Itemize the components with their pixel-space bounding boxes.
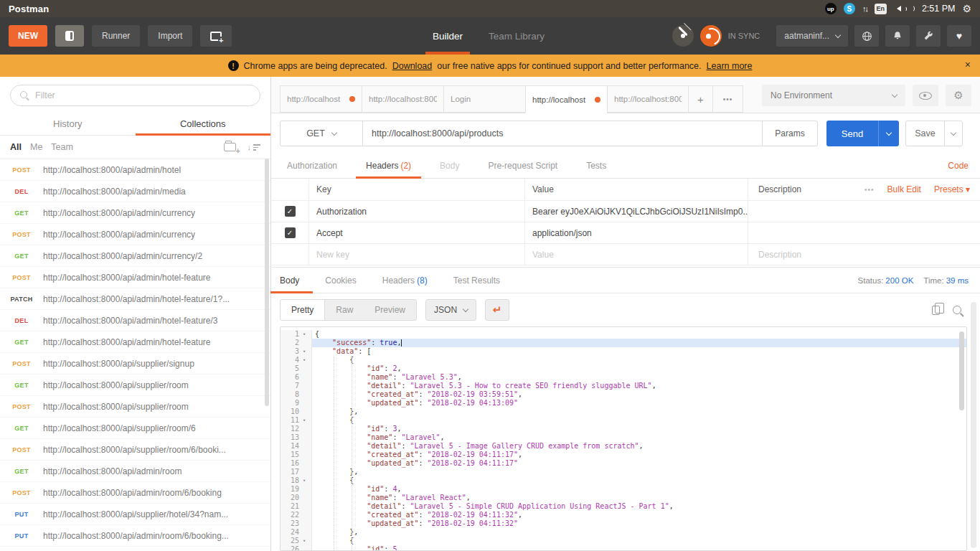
new-folder-icon[interactable] [224, 143, 236, 151]
account-dropdown[interactable]: aatmaninf... [776, 25, 848, 47]
response-body-viewer[interactable]: 1▾{2 "success": true,3▾ "data": [4▾ {5 "… [280, 326, 967, 551]
send-options-arrow[interactable] [878, 121, 899, 146]
request-list-item[interactable]: PUThttp://localhost:8000/api/admin/room/… [0, 525, 270, 547]
presets-dropdown[interactable]: Presets ▾ [934, 184, 970, 194]
new-button[interactable]: NEW [9, 25, 47, 47]
response-tab-cookies[interactable]: Cookies [325, 268, 356, 293]
code-link[interactable]: Code [948, 154, 969, 178]
sync-status-icon[interactable] [700, 25, 722, 47]
download-link[interactable]: Download [392, 61, 433, 71]
request-list-item[interactable]: DELhttp://localhost:8000/api/admin/hotel… [0, 310, 270, 331]
request-list-item[interactable]: GEThttp://localhost:8000/api/admin/curre… [0, 245, 270, 267]
scope-me[interactable]: Me [30, 142, 42, 152]
request-list-item[interactable]: POSThttp://localhost:8000/api/admin/hote… [0, 159, 270, 181]
banner-close-icon[interactable]: × [965, 59, 971, 70]
request-list-item[interactable]: POSThttp://localhost:8000/api/admin/curr… [0, 224, 270, 245]
environment-quick-look-button[interactable] [913, 85, 938, 106]
environment-settings-button[interactable]: ⚙ [946, 85, 971, 106]
more-options-icon[interactable]: ••• [864, 186, 875, 194]
globe-button[interactable] [854, 25, 879, 47]
skype-icon[interactable]: S [844, 3, 855, 14]
code-scrollbar[interactable] [959, 331, 964, 410]
fold-caret-icon[interactable]: ▾ [299, 416, 309, 425]
notifications-button[interactable] [885, 25, 910, 47]
response-tab-test-results[interactable]: Test Results [453, 268, 500, 293]
value-placeholder[interactable]: Value [524, 244, 748, 265]
request-list-item[interactable]: GEThttp://localhost:8000/api/admin/room [0, 461, 270, 482]
send-button[interactable]: Send [826, 121, 899, 146]
clock[interactable]: 2:51 PM [922, 4, 956, 14]
fold-caret-icon[interactable]: ▾ [299, 356, 309, 364]
request-tab[interactable]: http://localhost [280, 85, 362, 113]
tab-team-library[interactable]: Team Library [489, 17, 545, 55]
header-enabled-checkbox[interactable]: ✓ [285, 206, 296, 217]
params-button[interactable]: Params [762, 121, 817, 146]
fold-caret-icon[interactable]: ▾ [299, 476, 309, 485]
request-list-item[interactable]: POSThttp://localhost:8000/api/supplier/s… [0, 353, 270, 375]
tab-collections[interactable]: Collections [136, 112, 271, 135]
tab-builder[interactable]: Builder [433, 17, 463, 55]
request-tab[interactable]: http://localhost [525, 85, 607, 113]
editor-tab-tests[interactable]: Tests [586, 154, 606, 178]
response-pane-scrollbar[interactable] [971, 302, 976, 548]
url-input[interactable]: http://localhost:8000/api/products [363, 121, 762, 146]
save-button[interactable]: Save [905, 121, 963, 146]
favorites-button[interactable]: ♥ [947, 25, 971, 47]
settings-button[interactable] [916, 25, 941, 47]
bulk-edit-link[interactable]: Bulk Edit [887, 184, 921, 194]
request-list-item[interactable]: POSThttp://localhost:8000/api/admin/room… [0, 482, 270, 504]
view-mode-pretty[interactable]: Pretty [281, 300, 325, 320]
header-key-cell[interactable]: Authorization [308, 201, 524, 222]
request-list-item[interactable]: PUThttp://localhost:8000/api/supplier/ho… [0, 504, 270, 525]
scope-team[interactable]: Team [51, 142, 73, 152]
editor-tab-pre-request-script[interactable]: Pre-request Script [488, 154, 557, 178]
request-list-item[interactable]: POSThttp://localhost:8000/api/supplier/r… [0, 396, 270, 418]
keyboard-layout-indicator[interactable]: En [875, 4, 887, 14]
format-selector[interactable]: JSON [425, 299, 476, 321]
request-tab[interactable]: http://localhost:8000 [607, 85, 689, 113]
request-list-item[interactable]: POSThttp://localhost:8000/api/supplier/r… [0, 439, 270, 461]
sort-icon[interactable]: ↓ [248, 143, 261, 151]
header-key-cell[interactable]: Accept [308, 222, 524, 243]
open-new-tab-button[interactable]: + [689, 85, 713, 113]
system-menu-gear-icon[interactable]: ⚙ [962, 4, 971, 14]
request-list-item[interactable]: POSThttp://localhost:8000/api/admin/hote… [0, 267, 270, 288]
up-indicator-icon[interactable]: up [825, 3, 837, 14]
save-options-arrow[interactable] [944, 121, 962, 146]
request-list-item[interactable]: PATCHhttp://localhost:8000/api/admin/hot… [0, 288, 270, 310]
http-method-selector[interactable]: GET [281, 121, 363, 146]
sidebar-scrollbar[interactable] [265, 159, 269, 406]
request-list-item[interactable]: GEThttp://localhost:8000/api/supplier/ro… [0, 375, 270, 396]
header-description-cell[interactable] [748, 222, 980, 243]
learn-more-link[interactable]: Learn more [707, 61, 753, 71]
network-arrows-icon[interactable]: ↑↓ [862, 4, 867, 13]
more-tabs-button[interactable]: ••• [713, 85, 743, 113]
wrap-lines-button[interactable]: ↵ [485, 299, 509, 321]
request-list-item[interactable]: GEThttp://localhost:8000/api/admin/hotel… [0, 331, 270, 353]
new-key-placeholder[interactable]: New key [308, 244, 524, 265]
header-description-cell[interactable] [748, 201, 980, 222]
view-mode-raw[interactable]: Raw [325, 300, 364, 320]
toggle-sidebar-button[interactable] [55, 25, 84, 47]
import-button[interactable]: Import [148, 25, 192, 47]
header-value-cell[interactable]: application/json [524, 222, 748, 243]
editor-tab-headers[interactable]: Headers(2) [366, 154, 411, 178]
editor-tab-authorization[interactable]: Authorization [287, 154, 337, 178]
search-response-icon[interactable] [953, 306, 961, 314]
interceptor-icon[interactable] [672, 25, 694, 47]
response-tab-headers[interactable]: Headers(8) [382, 268, 428, 293]
request-list-item[interactable]: GEThttp://localhost:8000/api/admin/curre… [0, 202, 270, 224]
scope-all[interactable]: All [10, 142, 22, 152]
request-list-item[interactable]: GEThttp://localhost:8000/api/supplier/ro… [0, 418, 270, 439]
response-tab-body[interactable]: Body [280, 268, 299, 293]
environment-selector[interactable]: No Environment [762, 85, 905, 106]
tab-history[interactable]: History [0, 112, 136, 135]
request-tab[interactable]: http://localhost:8000 [362, 85, 443, 113]
header-value-cell[interactable]: Bearer eyJ0eXAiOiJKV1QiLCJhbGciOiJSUzI1N… [524, 201, 748, 222]
volume-icon[interactable] [894, 5, 915, 12]
request-tab[interactable]: Login [443, 85, 525, 113]
request-list-item[interactable]: DELhttp://localhost:8000/api/admin/media [0, 181, 270, 202]
copy-icon[interactable] [932, 306, 940, 315]
fold-caret-icon[interactable]: ▾ [299, 347, 309, 356]
fold-caret-icon[interactable]: ▾ [299, 537, 309, 545]
